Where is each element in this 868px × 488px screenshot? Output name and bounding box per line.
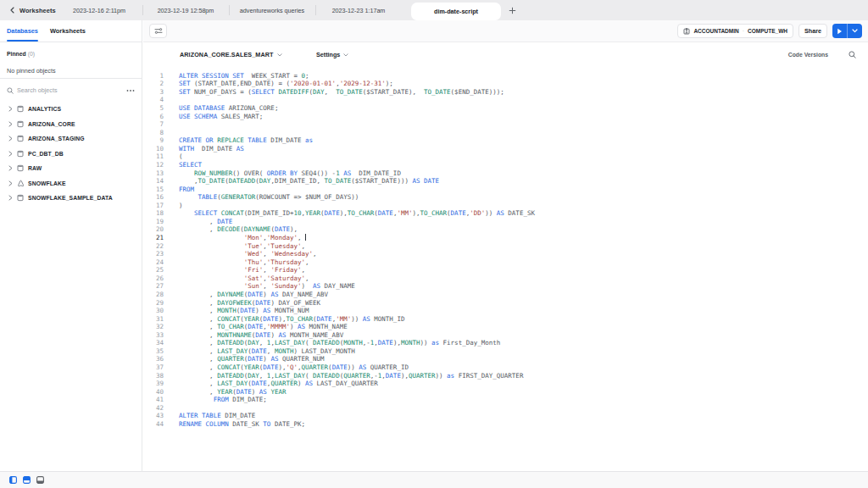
- code-text: (: [164, 152, 183, 160]
- code-line-26[interactable]: 26 'Sat','Saturday',: [143, 274, 868, 283]
- run-query-button[interactable]: [832, 24, 847, 38]
- code-line-2[interactable]: 2SET (START_DATE,END_DATE) = ('2020-01-0…: [143, 80, 868, 88]
- code-line-42[interactable]: 42: [143, 404, 868, 413]
- expand-chevron-icon[interactable]: [8, 180, 17, 186]
- database-item-analytics[interactable]: ANALYTICS: [0, 102, 142, 117]
- code-line-31[interactable]: 31 , CONCAT(YEAR(DATE),TO_CHAR(DATE,'MM'…: [143, 314, 868, 323]
- filters-button[interactable]: [149, 24, 167, 38]
- code-line-30[interactable]: 30 , MONTH(DATE) AS MONTH_NUM: [143, 307, 868, 315]
- sidebar-tab-worksheets[interactable]: Worksheets: [50, 20, 86, 42]
- code-line-3[interactable]: 3SET NUM_OF_DAYS = (SELECT DATEDIFF(DAY,…: [143, 88, 868, 97]
- code-line-39[interactable]: 39 , LAST_DAY(DATE,QUARTER) AS LAST_DAY_…: [143, 380, 868, 388]
- database-icon-wrap: [17, 105, 27, 113]
- toggle-left-panel-button[interactable]: [8, 474, 17, 486]
- code-line-16[interactable]: 16 TABLE(GENERATOR(ROWCOUNT => $NUM_OF_D…: [143, 193, 868, 202]
- expand-chevron-icon[interactable]: [8, 121, 17, 127]
- code-line-10[interactable]: 10WITH DIM_DATE AS: [143, 145, 868, 153]
- code-line-44[interactable]: 44RENAME COLUMN DATE_SK TO DATE_PK;: [143, 420, 868, 429]
- code-line-24[interactable]: 24 'Thu','Thursday',: [143, 258, 868, 266]
- database-item-pc_dbt_db[interactable]: PC_DBT_DB: [0, 147, 142, 162]
- worksheet-tab-4[interactable]: 2023-12-23 1:17am: [315, 0, 402, 20]
- code-line-15[interactable]: 15FROM: [143, 185, 868, 193]
- code-line-34[interactable]: 34 , DATEADD(DAY, 1,LAST_DAY( DATEADD(MO…: [143, 339, 868, 347]
- database-icon: [17, 135, 24, 142]
- code-line-22[interactable]: 22 'Tue','Tuesday',: [143, 241, 868, 250]
- code-line-20[interactable]: 20 , DECODE(DAYNAME(DATE),: [143, 225, 868, 234]
- line-number: 37: [143, 363, 164, 371]
- back-label: Worksheets: [19, 7, 56, 14]
- database-schema-selector[interactable]: ARIZONA_CORE.SALES_MART: [180, 42, 282, 67]
- worksheet-tab-1[interactable]: 2023-12-16 2:11pm: [56, 0, 142, 20]
- sidebar-tab-databases[interactable]: Databases: [7, 20, 38, 42]
- code-line-28[interactable]: 28 , DAYNAME(DATE) AS DAY_NAME_ABV: [143, 291, 868, 299]
- share-button[interactable]: Share: [798, 24, 827, 38]
- code-line-21[interactable]: 21 'Mon','Monday',: [143, 234, 868, 242]
- code-line-19[interactable]: 19 , DATE: [143, 218, 868, 226]
- code-line-37[interactable]: 37 , CONCAT(YEAR(DATE),'Q',QUARTER(DATE)…: [143, 363, 868, 372]
- database-item-raw[interactable]: RAW: [0, 161, 142, 176]
- database-item-arizona_staging[interactable]: ARIZONA_STAGING: [0, 131, 142, 147]
- toggle-editor-panel-button[interactable]: [22, 474, 31, 486]
- code-line-1[interactable]: 1ALTER SESSION SET WEEK_START = 0;: [143, 72, 868, 80]
- code-line-9[interactable]: 9CREATE OR REPLACE TABLE DIM_DATE as: [143, 136, 868, 145]
- code-line-41[interactable]: 41 FROM DIM_DATE;: [143, 396, 868, 404]
- role-warehouse-selector[interactable]: ACCOUNTADMIN · COMPUTE_WH: [677, 24, 793, 38]
- code-line-13[interactable]: 13 ROW_NUMBER() OVER( ORDER BY SEQ4()) -…: [143, 169, 868, 177]
- more-options-icon[interactable]: [126, 89, 135, 92]
- code-line-40[interactable]: 40 , YEAR(DATE) AS YEAR: [143, 387, 868, 396]
- settings-menu[interactable]: Settings: [316, 42, 348, 67]
- code-line-8[interactable]: 8: [143, 128, 868, 136]
- code-text: USE SCHEMA SALES_MART;: [164, 113, 263, 120]
- role-warehouse-separator: ·: [743, 28, 744, 34]
- settings-label: Settings: [316, 51, 340, 58]
- toggle-results-panel-button[interactable]: [36, 474, 44, 486]
- expand-chevron-icon[interactable]: [8, 151, 17, 157]
- code-line-29[interactable]: 29 , DAYOFWEEK(DATE) DAY_OF_WEEK: [143, 298, 868, 307]
- code-line-7[interactable]: 7: [143, 120, 868, 129]
- back-to-worksheets[interactable]: Worksheets: [9, 0, 56, 20]
- worksheet-tab-3[interactable]: adventureworks queries: [229, 0, 315, 20]
- worksheet-tab-5[interactable]: dim-date-script: [411, 3, 501, 20]
- database-item-snowflake_sample_data[interactable]: SNOWFLAKE_SAMPLE_DATA: [0, 191, 142, 206]
- new-worksheet-button[interactable]: [501, 0, 523, 20]
- code-line-25[interactable]: 25 'Fri', 'Friday',: [143, 266, 868, 274]
- sidebar: Databases Worksheets Pinned(0) No pinned…: [0, 20, 142, 471]
- code-line-27[interactable]: 27 'Sun', 'Sunday') AS DAY_NAME: [143, 282, 868, 291]
- database-item-snowflake[interactable]: SNOWFLAKE: [0, 176, 142, 191]
- expand-chevron-icon[interactable]: [8, 136, 17, 141]
- line-number: 23: [143, 250, 164, 258]
- code-line-32[interactable]: 32 , TO_CHAR(DATE,'MMMM') AS MONTH_NAME: [143, 323, 868, 331]
- code-line-14[interactable]: 14 ,TO_DATE(DATEADD(DAY,DIM_DATE_ID, TO_…: [143, 177, 868, 186]
- line-number: 28: [143, 291, 164, 298]
- line-number: 31: [143, 315, 164, 323]
- code-line-12[interactable]: 12SELECT: [143, 161, 868, 169]
- expand-chevron-icon[interactable]: [8, 165, 17, 171]
- database-item-arizona_core[interactable]: ARIZONA_CORE: [0, 117, 142, 132]
- line-number: 3: [143, 88, 164, 96]
- code-text: SET (START_DATE,END_DATE) = ('2020-01-01…: [164, 80, 393, 87]
- code-line-43[interactable]: 43ALTER TABLE DIM_DATE: [143, 412, 868, 420]
- code-line-18[interactable]: 18 SELECT CONCAT(DIM_DATE_ID+10,YEAR(DAT…: [143, 209, 868, 218]
- worksheet-tab-2[interactable]: 2023-12-19 12:58pm: [142, 0, 229, 20]
- run-options-button[interactable]: [847, 24, 862, 38]
- code-text: WITH DIM_DATE AS: [164, 145, 244, 152]
- code-versions-link[interactable]: Code Versions: [788, 42, 828, 67]
- line-number: 13: [143, 169, 164, 177]
- code-line-23[interactable]: 23 'Wed', 'Wednesday',: [143, 250, 868, 258]
- database-icon-wrap: [17, 164, 27, 172]
- code-line-5[interactable]: 5USE DATABASE ARIZONA_CORE;: [143, 104, 868, 113]
- code-line-4[interactable]: 4: [143, 96, 868, 104]
- sql-editor[interactable]: 1ALTER SESSION SET WEEK_START = 0;2SET (…: [143, 72, 868, 472]
- code-line-38[interactable]: 38 , DATEADD(DAY, 1,LAST_DAY( DATEADD(QU…: [143, 371, 868, 380]
- code-line-33[interactable]: 33 , MONTHNAME(DATE) AS MONTH_NAME_ABV: [143, 331, 868, 340]
- code-line-17[interactable]: 17): [143, 202, 868, 210]
- expand-chevron-icon[interactable]: [8, 106, 17, 112]
- code-line-35[interactable]: 35 , LAST_DAY(DATE, MONTH) LAST_DAY_MONT…: [143, 347, 868, 356]
- code-line-6[interactable]: 6USE SCHEMA SALES_MART;: [143, 112, 868, 120]
- search-objects-input[interactable]: Search objects: [0, 79, 142, 102]
- code-line-11[interactable]: 11(: [143, 152, 868, 161]
- expand-chevron-icon[interactable]: [8, 195, 17, 201]
- code-text: , DAYOFWEEK(DATE) DAY_OF_WEEK: [164, 299, 320, 307]
- editor-search-button[interactable]: [849, 42, 856, 67]
- code-line-36[interactable]: 36 , QUARTER(DATE) AS QUARTER_NUM: [143, 355, 868, 363]
